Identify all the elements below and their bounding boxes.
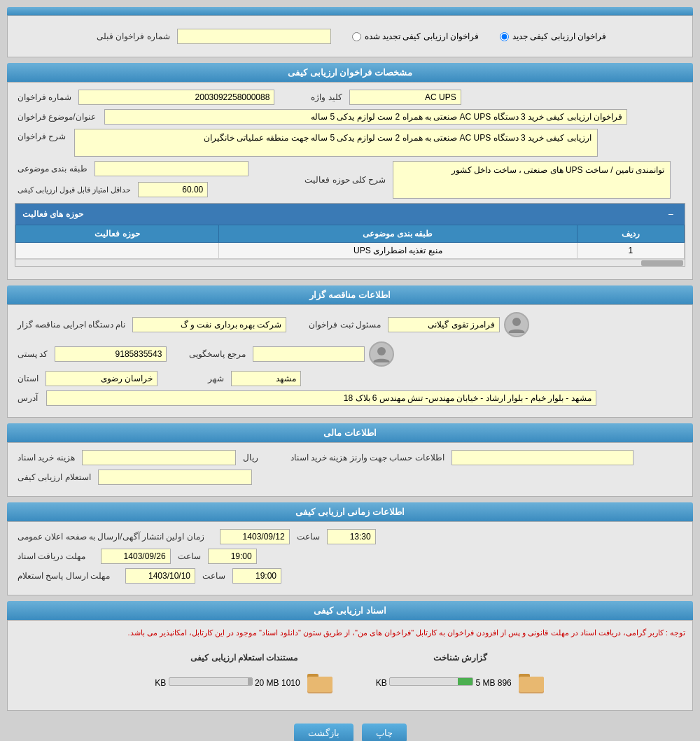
contact-input[interactable] bbox=[388, 317, 500, 332]
radio-renewed-input[interactable] bbox=[352, 32, 361, 41]
svg-rect-4 bbox=[519, 677, 544, 692]
postal-input[interactable] bbox=[55, 346, 167, 362]
time-label1: ساعت bbox=[294, 530, 323, 543]
minscore-group: حداقل امتیاز قابل قبول ارزیابی کیفی bbox=[15, 182, 296, 197]
bottom-buttons: چاپ بازگشت bbox=[7, 717, 693, 741]
category-input[interactable] bbox=[94, 161, 248, 176]
account-info-input[interactable] bbox=[451, 450, 634, 465]
postal-group: کد پستی bbox=[15, 346, 167, 362]
scrollbar-thumb bbox=[641, 260, 683, 266]
publish-date-input[interactable] bbox=[220, 529, 290, 544]
activity-scope-group: توانمندی تامین / ساخت UPS های صنعتی ، سا… bbox=[302, 161, 671, 199]
number-group: شماره فراخوان bbox=[15, 90, 274, 105]
number-label: شماره فراخوان bbox=[15, 91, 74, 104]
deadline-date-input[interactable] bbox=[101, 549, 171, 564]
col-category: طبقه بندی موضوعی bbox=[218, 225, 577, 243]
province-group: استان bbox=[15, 371, 158, 386]
deadline-group: ساعت bbox=[101, 549, 257, 564]
radio-renewed[interactable]: فراخوان ارزیابی کیفی تجدید شده bbox=[352, 31, 479, 41]
subject-input[interactable] bbox=[104, 109, 627, 125]
deadline-time-input[interactable] bbox=[208, 549, 257, 564]
ref-group: مرجع پاسخگویی bbox=[186, 341, 393, 367]
col-row: ردیف bbox=[577, 225, 684, 243]
folder-icon-2 bbox=[306, 668, 334, 696]
file1-progress-fill bbox=[458, 678, 472, 685]
response-time-input[interactable] bbox=[232, 568, 281, 584]
prev-number-input[interactable] bbox=[177, 29, 331, 44]
table-scrollbar[interactable] bbox=[15, 259, 685, 266]
contact-label: مسئول ثبت فراخوان bbox=[306, 318, 384, 331]
minscore-input[interactable] bbox=[138, 182, 208, 197]
file2-size-max: 20 MB bbox=[255, 678, 279, 688]
contractor-row2: مرجع پاسخگویی کد پستی bbox=[15, 341, 685, 367]
specs-section: مشخصات فراخوان ارزیابی کیفی کلید واژه شم… bbox=[7, 63, 693, 280]
files-row: گزارش شناخت 896 KB bbox=[15, 644, 685, 703]
province-input[interactable] bbox=[46, 371, 158, 386]
city-input[interactable] bbox=[231, 371, 301, 386]
specs-row2: عنوان/موضوع فراخوان bbox=[15, 109, 685, 125]
docs-section: اسناد ارزیابی کیفی توجه : کاربر گرامی، د… bbox=[7, 601, 693, 711]
radio-row: فراخوان ارزیابی کیفی جدید فراخوان ارزیاب… bbox=[15, 23, 685, 50]
response-group: ساعت bbox=[125, 568, 281, 584]
keyword-input[interactable] bbox=[349, 90, 461, 105]
timing-row3: ساعت مهلت ارسال پاسخ استعلام bbox=[15, 568, 685, 584]
publish-time-input[interactable] bbox=[327, 529, 376, 544]
activity-scope-textarea[interactable]: توانمندی تامین / ساخت UPS های صنعتی ، سا… bbox=[393, 161, 671, 199]
time-label3: ساعت bbox=[200, 570, 228, 582]
contact-group: مسئول ثبت فراخوان bbox=[306, 312, 529, 337]
svg-point-1 bbox=[377, 347, 386, 355]
collapse-button[interactable]: − bbox=[664, 207, 678, 221]
financial-row1: اطلاعات حساب جهت وارنز هزینه خرید اسناد … bbox=[15, 450, 685, 465]
avatar-contact bbox=[504, 312, 529, 337]
inquiry-cost-input[interactable] bbox=[98, 470, 252, 485]
response-date-input[interactable] bbox=[125, 568, 195, 584]
doc-cost-input[interactable] bbox=[82, 450, 236, 465]
activity-table-wrapper: − حوزه های فعالیت ردیف طبقه بندی موضوعی … bbox=[15, 203, 685, 267]
ref-input[interactable] bbox=[253, 346, 365, 362]
address-label: آدرس bbox=[15, 392, 41, 404]
number-input[interactable] bbox=[78, 90, 274, 105]
back-button[interactable]: بازگشت bbox=[294, 724, 354, 741]
deadline-label: مهلت دریافت اسناد bbox=[15, 550, 88, 563]
activity-table: ردیف طبقه بندی موضوعی حوزه فعالیت 1 منبع… bbox=[15, 225, 685, 259]
org-group: نام دستگاه اجرایی مناقصه گزار bbox=[15, 317, 286, 332]
financial-row2: استعلام ارزیابی کیفی bbox=[15, 470, 685, 485]
city-group: شهر bbox=[205, 371, 301, 386]
subject-label: عنوان/موضوع فراخوان bbox=[15, 111, 99, 123]
radio-renewed-label: فراخوان ارزیابی کیفی تجدید شده bbox=[365, 31, 479, 41]
financial-section: اطلاعات مالی اطلاعات حساب جهت وارنز هزین… bbox=[7, 423, 693, 497]
main-title bbox=[7, 7, 693, 15]
folder-icon-1 bbox=[517, 668, 545, 696]
contractor-title: اطلاعات مناقصه گزار bbox=[7, 285, 693, 304]
org-input[interactable] bbox=[132, 317, 286, 332]
timing-title: اطلاعات زمانی ارزیابی کیفی bbox=[7, 502, 693, 521]
timing-section: اطلاعات زمانی ارزیابی کیفی ساعت زمان اول… bbox=[7, 502, 693, 595]
publish-label: زمان اولین انتشار آگهی/ارسال به صفحه اعل… bbox=[15, 530, 207, 543]
contractor-row4: آدرس bbox=[15, 390, 685, 406]
financial-title: اطلاعات مالی bbox=[7, 423, 693, 442]
city-label: شهر bbox=[205, 372, 227, 385]
specs-row1: کلید واژه شماره فراخوان bbox=[15, 90, 685, 105]
table-row: 1 منبع تغذیه اضطراری UPS bbox=[16, 243, 685, 259]
doc-cost-label: هزینه خرید اسناد bbox=[15, 451, 78, 464]
account-info-group: اطلاعات حساب جهت وارنز هزینه خرید اسناد bbox=[288, 450, 634, 465]
prev-number-label: شماره فراخوان قبلی bbox=[94, 30, 173, 43]
docs-note-wrapper: توجه : کاربر گرامی، دریافت اسناد در مهلت… bbox=[15, 628, 685, 637]
activity-table-title: حوزه های فعالیت bbox=[22, 209, 83, 219]
inquiry-cost-group: استعلام ارزیابی کیفی bbox=[15, 470, 252, 485]
address-input[interactable] bbox=[46, 390, 596, 406]
col-activity: حوزه فعالیت bbox=[16, 225, 219, 243]
category-group: طبقه بندی موضوعی bbox=[15, 161, 296, 176]
contractor-section: اطلاعات مناقصه گزار مسئول ثبت فراخوان نا… bbox=[7, 285, 693, 418]
activity-table-header: − حوزه های فعالیت bbox=[15, 204, 685, 225]
keyword-group: کلید واژه bbox=[308, 90, 461, 105]
inquiry-cost-label: استعلام ارزیابی کیفی bbox=[15, 471, 94, 484]
print-button[interactable]: چاپ bbox=[362, 724, 407, 741]
file1-size-max: 5 MB bbox=[475, 678, 495, 688]
prev-number-group: شماره فراخوان قبلی bbox=[94, 29, 331, 44]
desc-textarea[interactable]: ارزیابی کیفی خرید 3 دستگاه AC UPS صنعتی … bbox=[74, 129, 597, 157]
currency-label: ریال bbox=[240, 451, 261, 464]
table-cell-activity bbox=[16, 243, 219, 259]
radio-new[interactable]: فراخوان ارزیابی کیفی جدید bbox=[500, 31, 606, 41]
radio-new-input[interactable] bbox=[500, 32, 509, 41]
